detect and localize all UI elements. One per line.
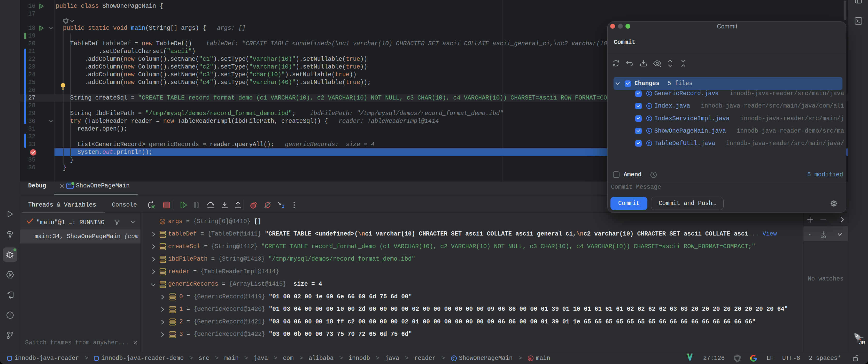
svg-text:JR: JR bbox=[859, 340, 865, 345]
svg-text:m: m bbox=[529, 357, 532, 361]
svg-text:C: C bbox=[452, 357, 455, 361]
svg-text:p: p bbox=[161, 220, 164, 224]
